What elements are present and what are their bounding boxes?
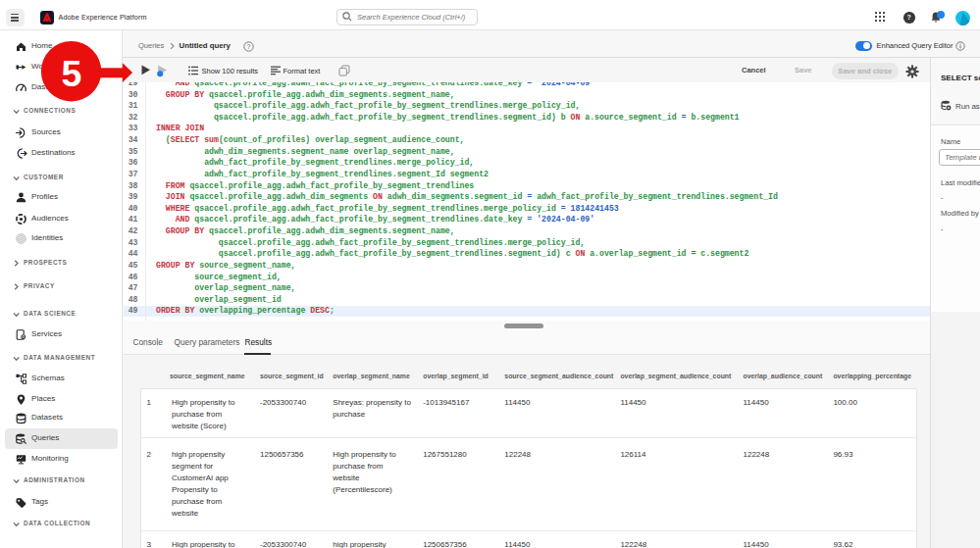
svg-text:?: ? <box>246 42 250 49</box>
